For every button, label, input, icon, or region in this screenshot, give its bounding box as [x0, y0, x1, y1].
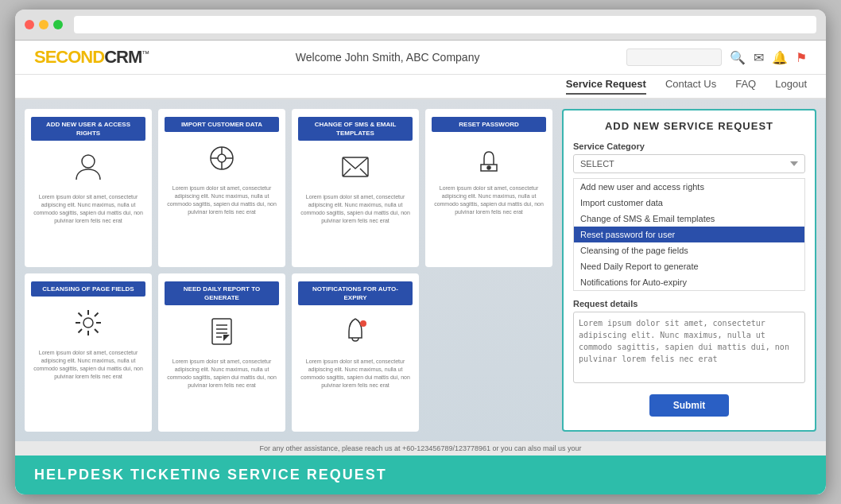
- svg-point-2: [218, 154, 226, 162]
- browser-url-bar[interactable]: [74, 16, 816, 33]
- card-add-user[interactable]: ADD NEW USER & ACCESS RIGHTS Lorem ipsum…: [25, 109, 152, 267]
- email-templates-icon: [335, 147, 375, 187]
- nav-contact-us[interactable]: Contact Us: [665, 78, 716, 95]
- option-sms-email[interactable]: Change of SMS & Email templates: [574, 211, 804, 227]
- card-sms-email[interactable]: CHANGE OF SMS & EMAIL TEMPLATES Lorem ip…: [292, 109, 419, 267]
- option-daily-report[interactable]: Need Daily Report to generate: [574, 258, 804, 274]
- footer-banner: HELPDESK TICKETING SERVICE REQUEST: [15, 456, 826, 494]
- gear-icon: [68, 303, 108, 343]
- notification-icon: [335, 312, 375, 351]
- dot-red[interactable]: [25, 20, 34, 29]
- card-title-cleansing: CLEANSING OF PAGE FIELDS: [31, 281, 145, 297]
- bottom-notice: For any other assistance, please reach u…: [15, 441, 826, 456]
- svg-point-17: [360, 320, 366, 327]
- browser-frame: SECONDCRM™ Welcome John Smith, ABC Compa…: [15, 10, 826, 494]
- card-text-notifications: Lorem ipsum dolor sit amet, consectetur …: [298, 358, 413, 389]
- search-input[interactable]: [626, 48, 722, 66]
- card-title-daily-report: NEED DAILY REPORT TO GENERATE: [165, 281, 279, 305]
- report-icon: [202, 312, 242, 351]
- bell-icon[interactable]: 🔔: [772, 50, 788, 65]
- search-icon[interactable]: 🔍: [730, 50, 746, 65]
- dot-yellow[interactable]: [39, 20, 48, 29]
- user-icon: [68, 147, 108, 187]
- header: SECONDCRM™ Welcome John Smith, ABC Compa…: [15, 41, 826, 75]
- import-icon: [202, 138, 242, 178]
- card-daily-report[interactable]: NEED DAILY REPORT TO GENERATE Lorem ipsu…: [158, 273, 285, 432]
- card-title-add-user: ADD NEW USER & ACCESS RIGHTS: [31, 117, 145, 141]
- left-panel: ADD NEW USER & ACCESS RIGHTS Lorem ipsum…: [25, 109, 552, 432]
- logo-tm: ™: [141, 49, 149, 58]
- service-category-select[interactable]: SELECT: [573, 154, 805, 173]
- svg-line-8: [343, 169, 351, 176]
- card-reset-password[interactable]: RESET PASSWORD Lorem ipsum dolor sit ame…: [425, 109, 552, 267]
- card-title-reset-password: RESET PASSWORD: [432, 117, 546, 132]
- form-title: ADD NEW SERVICE REQUEST: [573, 120, 805, 132]
- main-content: ADD NEW USER & ACCESS RIGHTS Lorem ipsum…: [15, 99, 826, 441]
- request-details-textarea[interactable]: Lorem ipsum dolor sit amet, consectetur …: [573, 312, 805, 383]
- option-add-user[interactable]: Add new user and access rights: [574, 179, 804, 195]
- logo-crm: CRM: [104, 47, 141, 67]
- svg-point-10: [487, 166, 490, 169]
- submit-button[interactable]: Submit: [649, 394, 730, 417]
- logo-second: SECOND: [34, 47, 104, 67]
- card-text-reset-password: Lorem ipsum dolor sit amet, consectetur …: [432, 184, 546, 215]
- header-right: 🔍 ✉ 🔔 ⚑: [626, 48, 807, 66]
- service-category-label: Service Category: [573, 142, 805, 151]
- dot-green[interactable]: [53, 20, 63, 29]
- card-import-data[interactable]: IMPORT CUSTOMER DATA Lorem ipsum dolor s…: [158, 109, 285, 267]
- card-title-notifications: NOTIFICATIONS FOR AUTO-EXPIRY: [298, 281, 413, 305]
- card-text-cleansing: Lorem ipsum dolor sit amet, consectetur …: [31, 349, 145, 380]
- page-container: SECONDCRM™ Welcome John Smith, ABC Compa…: [15, 41, 826, 494]
- nav-logout[interactable]: Logout: [775, 78, 807, 95]
- nav-service-request[interactable]: Service Request: [566, 78, 646, 95]
- card-text-add-user: Lorem ipsum dolor sit amet, consectetur …: [31, 193, 145, 224]
- option-notifications[interactable]: Notifications for Auto-expiry: [574, 274, 804, 290]
- nav-faq[interactable]: FAQ: [735, 78, 756, 95]
- welcome-text: Welcome John Smith, ABC Company: [296, 51, 480, 64]
- card-text-daily-report: Lorem ipsum dolor sit amet, consectetur …: [165, 358, 279, 389]
- option-cleansing[interactable]: Cleansing of the page fields: [574, 242, 804, 258]
- card-cleansing[interactable]: CLEANSING OF PAGE FIELDS Lorem ipsum dol…: [25, 273, 152, 432]
- browser-chrome: [15, 10, 826, 41]
- empty-card-slot: [425, 273, 552, 432]
- card-text-import-data: Lorem ipsum dolor sit amet, consectetur …: [165, 184, 279, 215]
- svg-line-9: [360, 169, 368, 176]
- card-text-sms-email: Lorem ipsum dolor sit amet, consectetur …: [298, 193, 413, 224]
- email-icon[interactable]: ✉: [754, 50, 764, 65]
- flag-icon[interactable]: ⚑: [796, 50, 807, 65]
- svg-rect-12: [212, 319, 231, 344]
- option-reset-password[interactable]: Reset password for user: [574, 227, 804, 242]
- logo: SECONDCRM™: [34, 47, 149, 68]
- request-details-label: Request details: [573, 299, 805, 308]
- password-icon: [469, 138, 509, 178]
- card-notifications[interactable]: NOTIFICATIONS FOR AUTO-EXPIRY Lorem ipsu…: [292, 273, 419, 432]
- service-request-form: ADD NEW SERVICE REQUEST Service Category…: [562, 109, 816, 432]
- svg-point-0: [82, 155, 95, 168]
- card-title-sms-email: CHANGE OF SMS & EMAIL TEMPLATES: [298, 117, 413, 141]
- option-import-data[interactable]: Import customer data: [574, 195, 804, 211]
- card-title-import-data: IMPORT CUSTOMER DATA: [165, 117, 279, 132]
- dropdown-options-list: Add new user and access rights Import cu…: [573, 178, 805, 291]
- svg-point-11: [83, 318, 93, 328]
- nav-bar: Service Request Contact Us FAQ Logout: [15, 75, 826, 99]
